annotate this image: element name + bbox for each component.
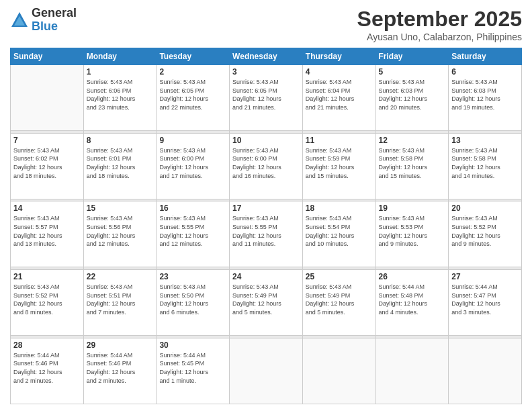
calendar-cell: 17Sunrise: 5:43 AM Sunset: 5:55 PM Dayli… (230, 201, 303, 267)
day-number: 30 (159, 340, 226, 350)
calendar-cell: 11Sunrise: 5:43 AM Sunset: 5:59 PM Dayli… (302, 133, 375, 199)
day-number: 27 (451, 272, 519, 281)
calendar-cell: 10Sunrise: 5:43 AM Sunset: 6:00 PM Dayli… (230, 133, 303, 199)
calendar-cell: 16Sunrise: 5:43 AM Sunset: 5:55 PM Dayli… (157, 201, 230, 267)
day-info: Sunrise: 5:43 AM Sunset: 5:54 PM Dayligh… (306, 214, 373, 248)
calendar-cell: 28Sunrise: 5:44 AM Sunset: 5:46 PM Dayli… (11, 338, 84, 404)
day-number: 14 (13, 203, 81, 213)
day-info: Sunrise: 5:43 AM Sunset: 5:59 PM Dayligh… (306, 146, 373, 180)
day-info: Sunrise: 5:43 AM Sunset: 5:49 PM Dayligh… (306, 283, 373, 316)
day-info: Sunrise: 5:43 AM Sunset: 6:02 PM Dayligh… (13, 146, 81, 180)
calendar-header-row: SundayMondayTuesdayWednesdayThursdayFrid… (11, 48, 522, 65)
calendar-cell: 27Sunrise: 5:44 AM Sunset: 5:47 PM Dayli… (449, 270, 522, 336)
calendar-header-sunday: Sunday (11, 48, 84, 65)
calendar-cell: 24Sunrise: 5:43 AM Sunset: 5:49 PM Dayli… (230, 270, 303, 336)
day-info: Sunrise: 5:43 AM Sunset: 5:58 PM Dayligh… (451, 146, 519, 180)
calendar-cell (449, 338, 522, 404)
logo-icon (10, 11, 29, 30)
day-info: Sunrise: 5:43 AM Sunset: 5:56 PM Dayligh… (87, 214, 154, 248)
calendar-cell: 13Sunrise: 5:43 AM Sunset: 5:58 PM Dayli… (449, 133, 522, 199)
day-number: 12 (379, 136, 446, 145)
page: General Blue September 2025 Ayusan Uno, … (0, 0, 532, 411)
calendar-header-monday: Monday (83, 48, 157, 65)
day-info: Sunrise: 5:43 AM Sunset: 5:53 PM Dayligh… (379, 214, 446, 248)
day-number: 15 (87, 203, 154, 213)
day-number: 24 (232, 272, 300, 281)
day-info: Sunrise: 5:43 AM Sunset: 6:05 PM Dayligh… (159, 78, 226, 111)
day-number: 9 (159, 136, 226, 145)
calendar-week-row: 7Sunrise: 5:43 AM Sunset: 6:02 PM Daylig… (11, 133, 522, 199)
calendar-cell: 30Sunrise: 5:44 AM Sunset: 5:45 PM Dayli… (157, 338, 230, 404)
day-info: Sunrise: 5:43 AM Sunset: 5:50 PM Dayligh… (159, 283, 226, 316)
day-info: Sunrise: 5:43 AM Sunset: 6:00 PM Dayligh… (159, 146, 226, 180)
day-number: 21 (13, 272, 81, 281)
calendar-cell: 7Sunrise: 5:43 AM Sunset: 6:02 PM Daylig… (11, 133, 84, 199)
day-info: Sunrise: 5:44 AM Sunset: 5:46 PM Dayligh… (13, 351, 81, 385)
calendar-cell: 3Sunrise: 5:43 AM Sunset: 6:05 PM Daylig… (230, 65, 303, 131)
day-info: Sunrise: 5:43 AM Sunset: 5:49 PM Dayligh… (232, 283, 300, 316)
day-info: Sunrise: 5:44 AM Sunset: 5:46 PM Dayligh… (87, 351, 154, 385)
calendar-week-row: 14Sunrise: 5:43 AM Sunset: 5:57 PM Dayli… (11, 201, 522, 267)
day-number: 16 (159, 203, 226, 213)
calendar-header-friday: Friday (375, 48, 449, 65)
logo-text: General Blue (32, 7, 77, 34)
day-number: 17 (232, 203, 300, 213)
day-number: 6 (451, 67, 519, 77)
calendar-cell: 29Sunrise: 5:44 AM Sunset: 5:46 PM Dayli… (83, 338, 157, 404)
day-number: 2 (159, 67, 226, 77)
calendar-cell: 12Sunrise: 5:43 AM Sunset: 5:58 PM Dayli… (375, 133, 449, 199)
day-info: Sunrise: 5:43 AM Sunset: 5:55 PM Dayligh… (232, 214, 300, 248)
day-number: 4 (306, 67, 373, 77)
day-number: 13 (451, 136, 519, 145)
month-title: September 2025 (357, 7, 522, 32)
day-info: Sunrise: 5:44 AM Sunset: 5:45 PM Dayligh… (159, 351, 226, 385)
day-info: Sunrise: 5:43 AM Sunset: 6:04 PM Dayligh… (306, 78, 373, 111)
calendar-header-wednesday: Wednesday (230, 48, 303, 65)
day-number: 11 (306, 136, 373, 145)
day-number: 28 (13, 340, 81, 350)
calendar-cell: 20Sunrise: 5:43 AM Sunset: 5:52 PM Dayli… (449, 201, 522, 267)
day-number: 3 (232, 67, 300, 77)
calendar-cell: 21Sunrise: 5:43 AM Sunset: 5:52 PM Dayli… (11, 270, 84, 336)
calendar-week-row: 1Sunrise: 5:43 AM Sunset: 6:06 PM Daylig… (11, 65, 522, 131)
day-info: Sunrise: 5:43 AM Sunset: 5:58 PM Dayligh… (379, 146, 446, 180)
title-block: September 2025 Ayusan Uno, Calabarzon, P… (357, 7, 522, 42)
day-info: Sunrise: 5:43 AM Sunset: 5:52 PM Dayligh… (451, 214, 519, 248)
calendar-cell (375, 338, 449, 404)
logo-general: General (32, 7, 77, 20)
day-info: Sunrise: 5:43 AM Sunset: 5:52 PM Dayligh… (13, 283, 81, 316)
calendar-cell: 6Sunrise: 5:43 AM Sunset: 6:03 PM Daylig… (449, 65, 522, 131)
calendar-cell (302, 338, 375, 404)
header: General Blue September 2025 Ayusan Uno, … (10, 7, 522, 42)
day-number: 22 (87, 272, 154, 281)
calendar-cell: 1Sunrise: 5:43 AM Sunset: 6:06 PM Daylig… (83, 65, 157, 131)
day-number: 19 (379, 203, 446, 213)
day-number: 8 (87, 136, 154, 145)
calendar-cell: 26Sunrise: 5:44 AM Sunset: 5:48 PM Dayli… (375, 270, 449, 336)
day-number: 26 (379, 272, 446, 281)
logo: General Blue (10, 7, 77, 34)
calendar-header-saturday: Saturday (449, 48, 522, 65)
calendar-cell: 4Sunrise: 5:43 AM Sunset: 6:04 PM Daylig… (302, 65, 375, 131)
day-info: Sunrise: 5:43 AM Sunset: 5:57 PM Dayligh… (13, 214, 81, 248)
day-info: Sunrise: 5:43 AM Sunset: 6:00 PM Dayligh… (232, 146, 300, 180)
calendar-cell: 2Sunrise: 5:43 AM Sunset: 6:05 PM Daylig… (157, 65, 230, 131)
calendar-cell: 14Sunrise: 5:43 AM Sunset: 5:57 PM Dayli… (11, 201, 84, 267)
day-info: Sunrise: 5:43 AM Sunset: 6:03 PM Dayligh… (451, 78, 519, 111)
day-number: 25 (306, 272, 373, 281)
calendar-week-row: 28Sunrise: 5:44 AM Sunset: 5:46 PM Dayli… (11, 338, 522, 404)
calendar-header-tuesday: Tuesday (157, 48, 230, 65)
day-number: 10 (232, 136, 300, 145)
calendar-table: SundayMondayTuesdayWednesdayThursdayFrid… (10, 48, 522, 404)
day-info: Sunrise: 5:44 AM Sunset: 5:47 PM Dayligh… (451, 283, 519, 316)
calendar-cell: 23Sunrise: 5:43 AM Sunset: 5:50 PM Dayli… (157, 270, 230, 336)
day-number: 7 (13, 136, 81, 145)
calendar-cell: 5Sunrise: 5:43 AM Sunset: 6:03 PM Daylig… (375, 65, 449, 131)
day-number: 23 (159, 272, 226, 281)
calendar-cell (11, 65, 84, 131)
calendar-week-row: 21Sunrise: 5:43 AM Sunset: 5:52 PM Dayli… (11, 270, 522, 336)
calendar-cell: 19Sunrise: 5:43 AM Sunset: 5:53 PM Dayli… (375, 201, 449, 267)
day-number: 29 (87, 340, 154, 350)
day-number: 20 (451, 203, 519, 213)
calendar-cell: 15Sunrise: 5:43 AM Sunset: 5:56 PM Dayli… (83, 201, 157, 267)
